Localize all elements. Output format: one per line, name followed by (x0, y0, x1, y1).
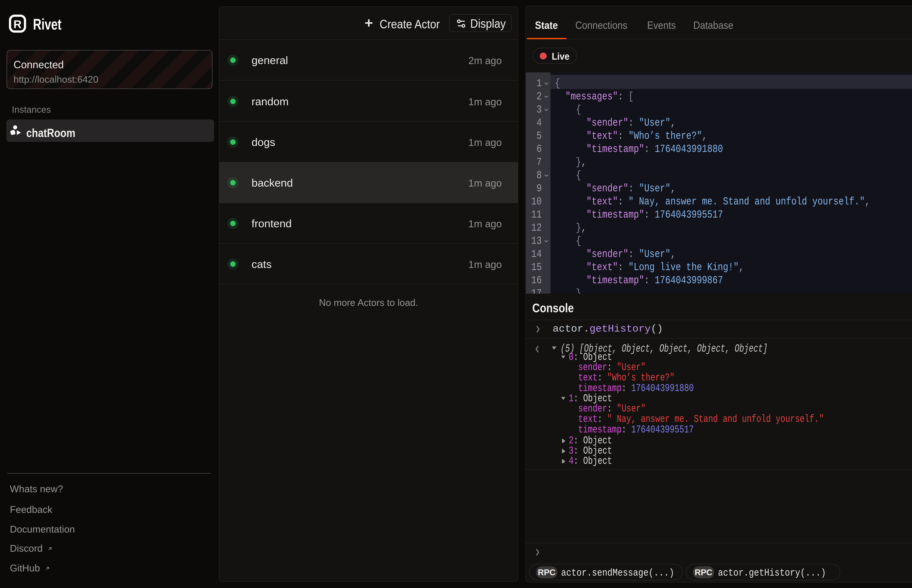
svg-text:R: R (13, 18, 22, 31)
